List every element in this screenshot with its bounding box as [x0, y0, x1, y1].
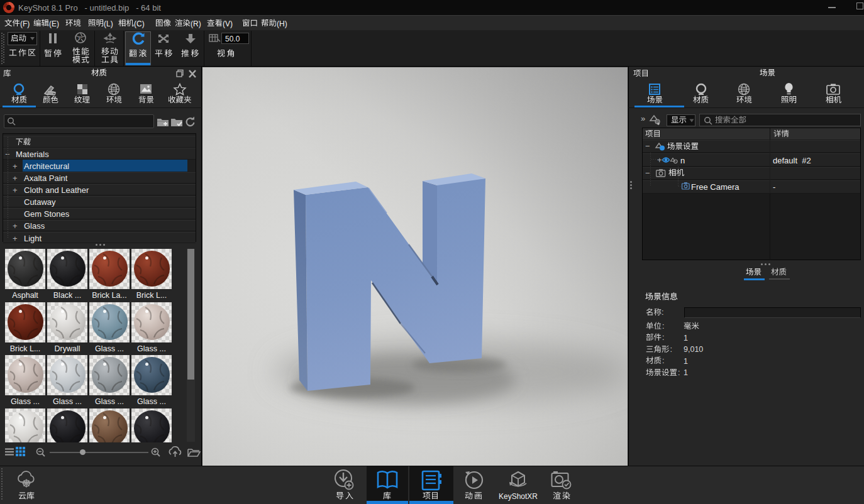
svg-text:P: P — [79, 36, 82, 40]
